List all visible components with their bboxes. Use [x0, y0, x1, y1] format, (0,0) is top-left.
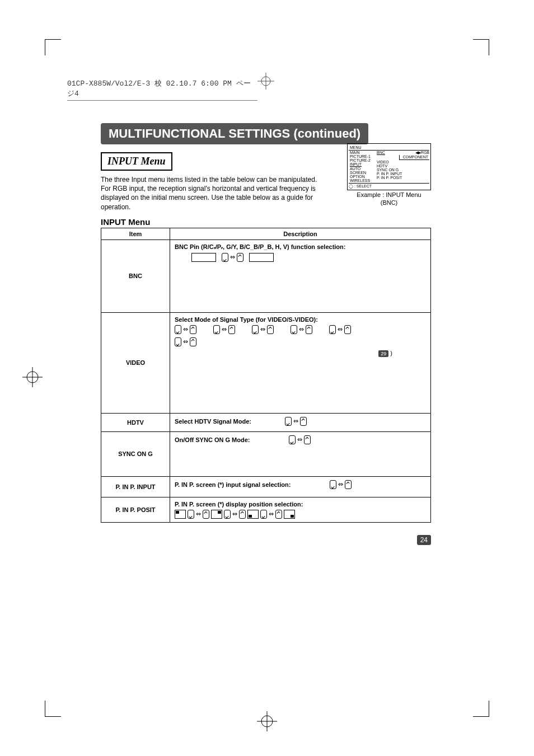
updown-arrow-icon: ⇔	[329, 325, 351, 334]
menu-fig-item: PICTURE-1	[350, 154, 376, 158]
updown-arrow-icon: ⇔	[175, 337, 196, 346]
updown-arrow-icon: ⇔	[330, 480, 352, 489]
updown-arrow-icon: ⇔	[285, 417, 307, 426]
position-tr-icon	[211, 510, 222, 519]
content-area: MULTIFUNCTIONAL SETTINGS (continued) INP…	[101, 123, 431, 523]
table-heading: INPUT Menu	[101, 217, 431, 227]
row-desc-bnc: BNC Pin (R/Cᵣ/Pᵣ, G/Y, B/C_B/P_B, H, V) …	[170, 240, 431, 312]
menu-fig-caption: Example : INPUT Menu	[347, 191, 431, 198]
position-tl-icon	[175, 510, 186, 519]
row-desc-pinpinput: P. IN P. screen (*) input signal selecti…	[170, 476, 431, 497]
print-slugline: 01CP-X885W/Vol2/E-3 校 02.10.7 6:00 PM ペー…	[67, 78, 257, 101]
menu-figure: MENU MAIN PICTURE-1 PICTURE-2 INPUT AUTO…	[347, 143, 431, 206]
menu-fig-title: MENU	[349, 145, 429, 151]
crop-mark-bl	[45, 701, 61, 717]
row-item-video: VIDEO	[101, 312, 170, 413]
pinpposit-title: P. IN P. screen (*) display position sel…	[175, 501, 426, 508]
row-desc-syncong: On/Off SYNC ON G Mode: ⇔	[170, 431, 431, 476]
menu-fig-item: PICTURE-2	[350, 158, 376, 162]
syncong-title: On/Off SYNC ON G Mode:	[175, 436, 250, 443]
menu-fig-item: SCREEN	[350, 171, 376, 175]
value-box	[191, 253, 216, 262]
menu-fig-right-item: SYNC ON G	[377, 168, 429, 172]
menu-fig-right-item: P. IN P. INPUT	[377, 172, 429, 176]
updown-arrow-icon: ⇔	[175, 325, 196, 334]
menu-fig-right-sub: COMPONENT	[399, 155, 429, 160]
registration-mark-left-icon	[22, 367, 43, 389]
col-head-desc: Description	[170, 228, 431, 240]
menu-fig-right-item: HDTV	[377, 164, 429, 168]
row-item-syncong: SYNC ON G	[101, 431, 170, 476]
menu-fig-right-item: P. IN P. POSIT	[377, 176, 429, 180]
updown-arrow-icon: ⇔	[224, 510, 246, 519]
input-menu-table: Item Description BNC BNC Pin (R/Cᵣ/Pᵣ, G…	[101, 228, 431, 523]
reference-box: 29	[378, 350, 388, 357]
video-title: Select Mode of Signal Type (for VIDEO/S-…	[175, 316, 426, 323]
updown-arrow-icon: ⇔	[222, 253, 243, 262]
menu-fig-item: AUTO	[350, 167, 376, 171]
row-item-pinpinput: P. IN P. INPUT	[101, 476, 170, 497]
row-desc-hdtv: Select HDTV Signal Mode: ⇔	[170, 413, 431, 431]
position-br-icon	[284, 510, 295, 519]
section-subtitle: INPUT Menu	[101, 152, 172, 171]
row-item-pinpposit: P. IN P. POSIT	[101, 497, 170, 522]
menu-fig-right-sel: BNC	[377, 151, 385, 155]
menu-fig-footer: ◯ : SELECT	[349, 183, 429, 189]
row-item-bnc: BNC	[101, 240, 170, 312]
row-item-hdtv: HDTV	[101, 413, 170, 431]
crop-mark-br	[473, 701, 489, 717]
hdtv-title: Select HDTV Signal Mode:	[175, 418, 251, 425]
menu-fig-item-selected: INPUT	[350, 162, 362, 167]
registration-mark-slug-icon	[257, 73, 274, 92]
updown-arrow-icon: ⇔	[252, 325, 274, 334]
menu-fig-item: MAIN	[350, 151, 376, 154]
updown-arrow-icon: ⇔	[291, 325, 312, 334]
page-root: 01CP-X885W/Vol2/E-3 校 02.10.7 6:00 PM ペー…	[0, 0, 534, 756]
page-number: 24	[417, 535, 431, 545]
menu-fig-item: WIRELESS	[350, 179, 376, 182]
menu-fig-right-val: ◀▶RGB	[415, 151, 429, 155]
updown-arrow-icon: ⇔	[213, 325, 235, 334]
page-banner: MULTIFUNCTIONAL SETTINGS (continued)	[101, 123, 368, 144]
bnc-title: BNC Pin (R/Cᵣ/Pᵣ, G/Y, B/C_B/P_B, H, V) …	[175, 243, 426, 251]
menu-fig-right-item: VIDEO	[377, 160, 429, 164]
pinpinput-title: P. IN P. screen (*) input signal selecti…	[175, 481, 291, 488]
menu-fig-caption2: (BNC)	[347, 199, 431, 206]
updown-arrow-icon: ⇔	[188, 510, 209, 519]
row-desc-video: Select Mode of Signal Type (for VIDEO/S-…	[170, 312, 431, 413]
position-bl-icon	[247, 510, 259, 519]
row-desc-pinpposit: P. IN P. screen (*) display position sel…	[170, 497, 431, 522]
value-box	[249, 253, 274, 262]
crop-mark-tl	[45, 39, 61, 55]
col-head-item: Item	[101, 228, 170, 240]
menu-fig-item: OPTION	[350, 175, 376, 179]
registration-mark-bottom-icon	[257, 711, 277, 734]
updown-arrow-icon: ⇔	[260, 510, 282, 519]
crop-mark-tr	[473, 39, 489, 55]
intro-paragraph: The three Input menu items listed in the…	[101, 175, 322, 212]
updown-arrow-icon: ⇔	[289, 435, 311, 444]
